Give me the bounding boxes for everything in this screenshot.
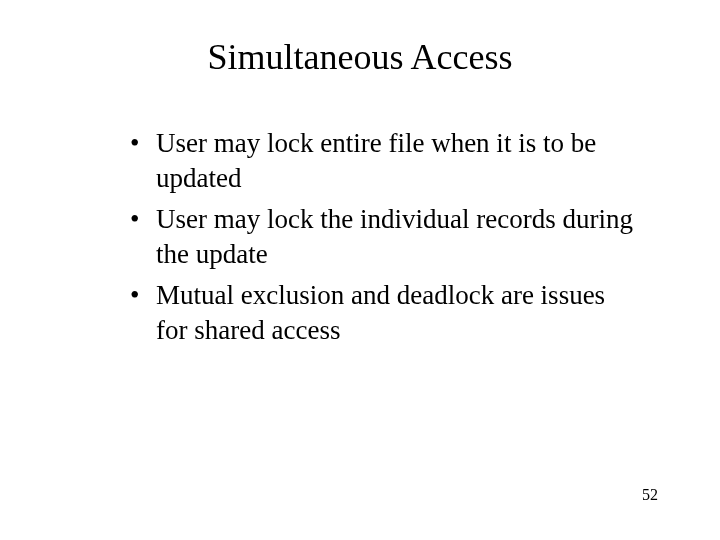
slide-content: User may lock entire file when it is to … [0, 126, 720, 349]
list-item: User may lock entire file when it is to … [130, 126, 640, 196]
slide-title: Simultaneous Access [0, 36, 720, 78]
bullet-list: User may lock entire file when it is to … [130, 126, 640, 349]
page-number: 52 [642, 486, 658, 504]
list-item: User may lock the individual records dur… [130, 202, 640, 272]
slide: Simultaneous Access User may lock entire… [0, 0, 720, 540]
list-item: Mutual exclusion and deadlock are issues… [130, 278, 640, 348]
